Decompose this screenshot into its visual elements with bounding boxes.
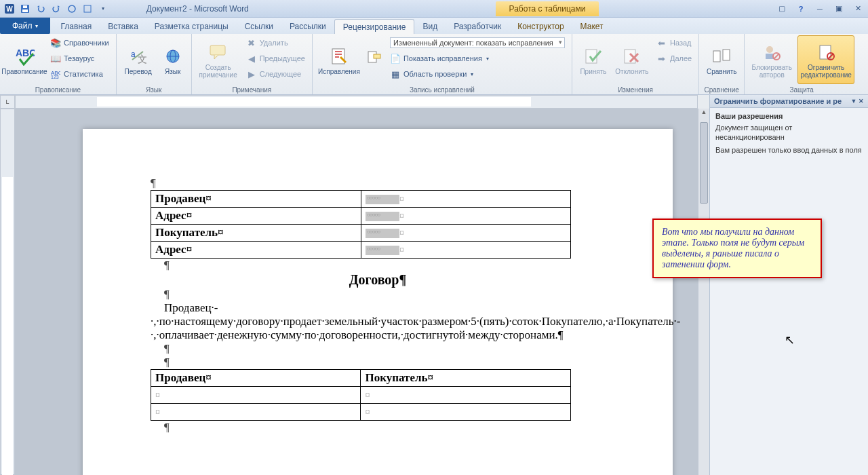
table-parties: Продавец¤¤ Адрес¤¤ Покупатель¤¤ Адрес¤¤ [151,190,571,259]
annotation-note: Вот что мы получили на данном этапе. Тол… [652,218,822,278]
form-field[interactable]: ¤ [361,242,571,259]
svg-rect-15 [210,45,225,55]
tab-table-layout[interactable]: Макет [572,19,612,34]
doc-title: Договор¶ [151,272,605,288]
block-authors-button[interactable]: Блокировать авторов [749,35,795,84]
tab-review[interactable]: Рецензирование [334,19,415,34]
help-icon[interactable]: ? [793,3,808,15]
ribbon: ABC Правописание 📚Справочники 📖Тезаурус … [0,34,868,95]
block-icon [763,41,781,64]
references-button[interactable]: 📚Справочники [47,35,112,50]
restrict-editing-pane: Ограничить форматирование и ре ▼ ✕ Ваши … [709,95,868,475]
group-comments-title: Примечания [192,86,312,94]
tab-references[interactable]: Ссылки [237,19,281,34]
svg-rect-4 [23,5,27,8]
track-changes-button[interactable]: Исправления [317,35,361,84]
task-pane-header: Ограничить форматирование и ре ▼ ✕ [710,95,868,108]
balloons-button[interactable] [364,35,384,80]
compare-button[interactable]: Сравнить [703,35,740,84]
delete-comment-button[interactable]: ✖Удалить [243,35,308,50]
task-pane-menu-icon[interactable]: ▼ ✕ [851,98,864,104]
spellcheck-icon: ABC [14,45,35,68]
next-comment-button[interactable]: ▶Следующее [243,66,308,81]
prev-icon: ◀ [246,53,257,64]
group-protect-title: Защита [745,86,859,94]
qat-icon-1[interactable] [65,2,79,16]
table-signatures: Продавец¤Покупатель¤ ¤¤ ¤¤ [151,369,571,421]
tab-view[interactable]: Вид [414,19,446,34]
prev-comment-button[interactable]: ◀Предыдущее [243,51,308,66]
table-row: ¤¤ [151,404,571,421]
close-icon[interactable]: ✕ [850,3,865,15]
save-icon[interactable] [18,2,32,16]
table-row: ¤¤ [151,387,571,404]
qat-dropdown-icon[interactable]: ▾ [96,2,110,16]
vertical-ruler[interactable] [0,109,15,475]
window-controls: ▢ ? ─ ▣ ✕ [774,3,865,15]
permissions-text-1: Документ защищен от несанкционированн [710,121,868,144]
permissions-text-2: Вам разрешен только ввод данных в поля [710,144,868,156]
redo-icon[interactable] [50,2,63,16]
group-changes: Принять Отклонить ⬅Назад ➡Далее Изменени… [572,34,699,94]
group-language-title: Язык [117,86,191,94]
svg-point-5 [68,5,75,12]
spellcheck-label: Правописание [1,68,47,75]
svg-rect-6 [84,5,91,12]
next-change-button[interactable]: ➡Далее [654,51,694,66]
word-icon[interactable]: W [3,2,16,16]
form-field[interactable]: ¤ [361,225,571,242]
svg-rect-18 [374,54,380,58]
group-changes-title: Изменения [572,86,698,94]
minimize-ribbon-icon[interactable]: ▢ [774,3,789,15]
restrict-editing-button[interactable]: Ограничить редактирование [797,35,854,84]
accept-button[interactable]: Принять [576,35,610,84]
paragraph-mark: ¶ [151,176,605,190]
group-language: a文 Перевод Язык Язык [117,34,192,94]
svg-text:W: W [6,5,13,13]
tab-home[interactable]: Главная [53,19,100,34]
svg-line-26 [774,54,779,59]
paragraph-mark: ¶ [164,421,605,434]
reject-button[interactable]: Отклонить [613,35,651,84]
tabs-bar: Файл Главная Вставка Разметка страницы С… [0,18,868,34]
statistics-button[interactable]: ABC123Статистика [47,66,112,81]
display-for-review-dropdown[interactable]: Измененный документ: показать исправлени… [387,35,568,50]
book-icon: 📚 [50,37,61,48]
spellcheck-button[interactable]: ABC Правописание [4,35,45,84]
qat-icon-2[interactable] [81,2,94,16]
prev-change-button[interactable]: ⬅Назад [654,35,694,50]
globe-icon [165,45,181,68]
group-proofing: ABC Правописание 📚Справочники 📖Тезаурус … [0,34,117,94]
thesaurus-icon: 📖 [50,53,61,64]
tab-design[interactable]: Конструктор [509,19,572,34]
tab-layout[interactable]: Разметка страницы [146,19,237,34]
reviewing-pane-button[interactable]: ▦Область проверки▾ [387,66,568,81]
minimize-icon[interactable]: ─ [812,3,827,15]
form-field[interactable]: ¤ [361,191,571,208]
table-row: Адрес¤¤ [151,242,571,259]
reject-icon [623,45,641,68]
scroll-thumb[interactable] [700,122,708,204]
vertical-scrollbar[interactable]: ▲ [698,109,709,475]
group-tracking: Исправления Измененный документ: показат… [313,34,572,94]
table-row: Покупатель¤¤ [151,225,571,242]
file-tab[interactable]: Файл [0,18,50,34]
restore-icon[interactable]: ▣ [831,3,846,15]
quick-access-toolbar: W ▾ [3,2,110,16]
tab-insert[interactable]: Вставка [100,19,146,34]
svg-point-23 [766,46,773,53]
undo-icon[interactable] [34,2,47,16]
back-icon: ⬅ [656,37,667,48]
language-button[interactable]: Язык [159,35,187,84]
scroll-up-icon[interactable]: ▲ [698,109,709,120]
tab-mailings[interactable]: Рассылки [281,19,334,34]
thesaurus-button[interactable]: 📖Тезаурус [47,51,112,66]
document-viewport[interactable]: ¶ Продавец¤¤ Адрес¤¤ Покупатель¤¤ Адрес¤… [15,109,698,475]
translate-button[interactable]: a文 Перевод [121,35,156,84]
tab-developer[interactable]: Разработчик [446,19,509,34]
form-field[interactable]: ¤ [361,208,571,225]
new-comment-button[interactable]: Создать примечание [196,35,241,84]
show-markup-button[interactable]: 📄Показать исправления▾ [387,51,568,66]
horizontal-ruler[interactable] [15,95,698,109]
svg-rect-22 [723,50,730,60]
